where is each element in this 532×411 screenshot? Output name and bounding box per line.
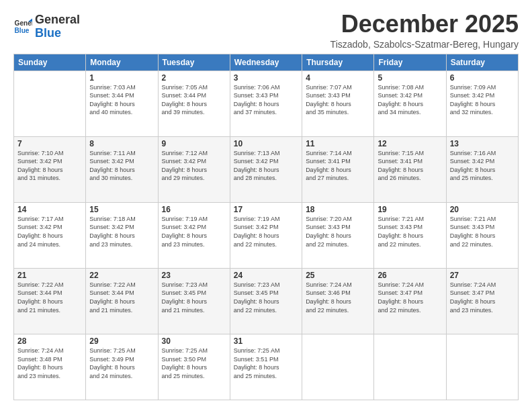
day-number: 4 [306, 73, 370, 83]
logo: General Blue General Blue [13, 13, 80, 40]
logo-line1: General [35, 13, 80, 26]
day-info: Sunrise: 7:03 AM Sunset: 3:44 PM Dayligh… [89, 83, 154, 117]
day-info: Sunrise: 7:15 AM Sunset: 3:41 PM Dayligh… [378, 149, 442, 183]
table-row: 21Sunrise: 7:22 AM Sunset: 3:44 PM Dayli… [14, 268, 86, 334]
day-info: Sunrise: 7:24 AM Sunset: 3:47 PM Dayligh… [378, 281, 442, 314]
day-info: Sunrise: 7:25 AM Sunset: 3:50 PM Dayligh… [162, 347, 226, 380]
table-row [302, 334, 374, 400]
table-row: 6Sunrise: 7:09 AM Sunset: 3:42 PM Daylig… [446, 71, 518, 136]
day-number: 17 [234, 205, 298, 214]
header-wednesday: Wednesday [230, 54, 302, 71]
day-number: 24 [234, 271, 298, 280]
day-number: 10 [234, 139, 298, 148]
table-row: 29Sunrise: 7:25 AM Sunset: 3:49 PM Dayli… [86, 334, 158, 400]
table-row: 15Sunrise: 7:18 AM Sunset: 3:42 PM Dayli… [86, 202, 158, 268]
location-title: Tiszadob, Szabolcs-Szatmar-Bereg, Hungar… [330, 39, 519, 50]
day-number: 8 [89, 139, 154, 148]
table-row [374, 334, 446, 400]
day-number: 26 [378, 271, 442, 280]
table-row: 17Sunrise: 7:19 AM Sunset: 3:42 PM Dayli… [230, 202, 302, 268]
day-number: 30 [162, 336, 226, 346]
day-info: Sunrise: 7:14 AM Sunset: 3:41 PM Dayligh… [306, 149, 370, 183]
table-row: 12Sunrise: 7:15 AM Sunset: 3:41 PM Dayli… [374, 136, 446, 202]
table-row: 1Sunrise: 7:03 AM Sunset: 3:44 PM Daylig… [86, 71, 158, 136]
day-number: 12 [378, 139, 442, 148]
day-number: 6 [450, 73, 515, 83]
calendar-week-row: 1Sunrise: 7:03 AM Sunset: 3:44 PM Daylig… [14, 71, 519, 136]
day-info: Sunrise: 7:21 AM Sunset: 3:43 PM Dayligh… [378, 215, 442, 248]
logo-icon: General Blue [13, 17, 32, 36]
day-number: 29 [89, 336, 154, 346]
table-row: 28Sunrise: 7:24 AM Sunset: 3:48 PM Dayli… [14, 334, 86, 400]
day-info: Sunrise: 7:13 AM Sunset: 3:42 PM Dayligh… [234, 149, 298, 183]
day-number: 31 [234, 336, 298, 346]
day-info: Sunrise: 7:08 AM Sunset: 3:42 PM Dayligh… [378, 83, 442, 117]
table-row: 19Sunrise: 7:21 AM Sunset: 3:43 PM Dayli… [374, 202, 446, 268]
table-row: 9Sunrise: 7:12 AM Sunset: 3:42 PM Daylig… [158, 136, 230, 202]
day-info: Sunrise: 7:05 AM Sunset: 3:44 PM Dayligh… [162, 83, 226, 117]
table-row: 30Sunrise: 7:25 AM Sunset: 3:50 PM Dayli… [158, 334, 230, 400]
day-number: 27 [450, 271, 515, 280]
calendar-week-row: 7Sunrise: 7:10 AM Sunset: 3:42 PM Daylig… [14, 136, 519, 202]
day-info: Sunrise: 7:19 AM Sunset: 3:42 PM Dayligh… [234, 215, 298, 248]
table-row: 2Sunrise: 7:05 AM Sunset: 3:44 PM Daylig… [158, 71, 230, 136]
table-row: 23Sunrise: 7:23 AM Sunset: 3:45 PM Dayli… [158, 268, 230, 334]
table-row: 20Sunrise: 7:21 AM Sunset: 3:43 PM Dayli… [446, 202, 518, 268]
table-row: 22Sunrise: 7:22 AM Sunset: 3:44 PM Dayli… [86, 268, 158, 334]
day-info: Sunrise: 7:06 AM Sunset: 3:43 PM Dayligh… [234, 83, 298, 117]
day-info: Sunrise: 7:16 AM Sunset: 3:42 PM Dayligh… [450, 149, 515, 183]
table-row: 27Sunrise: 7:24 AM Sunset: 3:47 PM Dayli… [446, 268, 518, 334]
calendar-table: Sunday Monday Tuesday Wednesday Thursday… [13, 54, 519, 400]
table-row: 8Sunrise: 7:11 AM Sunset: 3:42 PM Daylig… [86, 136, 158, 202]
table-row: 5Sunrise: 7:08 AM Sunset: 3:42 PM Daylig… [374, 71, 446, 136]
day-number: 11 [306, 139, 370, 148]
table-row: 3Sunrise: 7:06 AM Sunset: 3:43 PM Daylig… [230, 71, 302, 136]
day-info: Sunrise: 7:09 AM Sunset: 3:42 PM Dayligh… [450, 83, 515, 117]
calendar-week-row: 21Sunrise: 7:22 AM Sunset: 3:44 PM Dayli… [14, 268, 519, 334]
day-number: 28 [17, 336, 82, 346]
table-row: 24Sunrise: 7:23 AM Sunset: 3:45 PM Dayli… [230, 268, 302, 334]
day-number: 3 [234, 73, 298, 83]
day-info: Sunrise: 7:22 AM Sunset: 3:44 PM Dayligh… [89, 281, 154, 314]
day-info: Sunrise: 7:25 AM Sunset: 3:49 PM Dayligh… [89, 347, 154, 380]
table-row: 16Sunrise: 7:19 AM Sunset: 3:42 PM Dayli… [158, 202, 230, 268]
header-friday: Friday [374, 54, 446, 71]
logo-text: General Blue [35, 13, 80, 40]
header-tuesday: Tuesday [158, 54, 230, 71]
day-number: 7 [17, 139, 82, 148]
header-monday: Monday [86, 54, 158, 71]
logo-line2: Blue [35, 26, 61, 40]
header-thursday: Thursday [302, 54, 374, 71]
table-row: 25Sunrise: 7:24 AM Sunset: 3:46 PM Dayli… [302, 268, 374, 334]
month-title: December 2025 [330, 11, 519, 38]
day-info: Sunrise: 7:20 AM Sunset: 3:43 PM Dayligh… [306, 215, 370, 248]
day-number: 1 [89, 73, 154, 83]
day-number: 15 [89, 205, 154, 214]
day-info: Sunrise: 7:24 AM Sunset: 3:46 PM Dayligh… [306, 281, 370, 314]
calendar-header-row: Sunday Monday Tuesday Wednesday Thursday… [14, 54, 519, 71]
table-row [14, 71, 86, 136]
day-number: 25 [306, 271, 370, 280]
day-info: Sunrise: 7:19 AM Sunset: 3:42 PM Dayligh… [162, 215, 226, 248]
day-number: 14 [17, 205, 82, 214]
day-info: Sunrise: 7:21 AM Sunset: 3:43 PM Dayligh… [450, 215, 515, 248]
header-saturday: Saturday [446, 54, 518, 71]
day-info: Sunrise: 7:23 AM Sunset: 3:45 PM Dayligh… [162, 281, 226, 314]
day-info: Sunrise: 7:24 AM Sunset: 3:48 PM Dayligh… [17, 347, 82, 380]
day-number: 13 [450, 139, 515, 148]
day-number: 22 [89, 271, 154, 280]
day-info: Sunrise: 7:24 AM Sunset: 3:47 PM Dayligh… [450, 281, 515, 314]
day-info: Sunrise: 7:11 AM Sunset: 3:42 PM Dayligh… [89, 149, 154, 183]
table-row: 13Sunrise: 7:16 AM Sunset: 3:42 PM Dayli… [446, 136, 518, 202]
table-row: 11Sunrise: 7:14 AM Sunset: 3:41 PM Dayli… [302, 136, 374, 202]
table-row: 18Sunrise: 7:20 AM Sunset: 3:43 PM Dayli… [302, 202, 374, 268]
day-number: 2 [162, 73, 226, 83]
table-row: 7Sunrise: 7:10 AM Sunset: 3:42 PM Daylig… [14, 136, 86, 202]
calendar-week-row: 14Sunrise: 7:17 AM Sunset: 3:42 PM Dayli… [14, 202, 519, 268]
day-number: 19 [378, 205, 442, 214]
day-number: 20 [450, 205, 515, 214]
day-number: 23 [162, 271, 226, 280]
calendar-week-row: 28Sunrise: 7:24 AM Sunset: 3:48 PM Dayli… [14, 334, 519, 400]
day-number: 16 [162, 205, 226, 214]
title-section: December 2025 Tiszadob, Szabolcs-Szatmar… [330, 11, 519, 50]
